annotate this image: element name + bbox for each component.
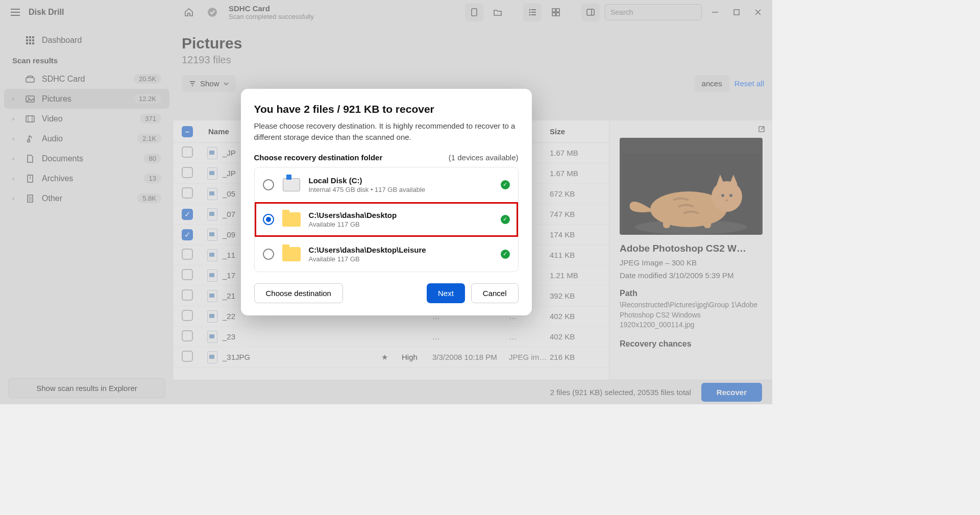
destination-sub: Internal 475 GB disk • 117 GB available	[309, 186, 494, 193]
destination-list: Local Disk (C:) Internal 475 GB disk • 1…	[254, 167, 519, 272]
check-icon: ✓	[501, 215, 510, 224]
modal-overlay: You have 2 files / 921 KB to recover Ple…	[0, 0, 772, 404]
drive-icon	[281, 175, 302, 195]
destination-radio[interactable]	[263, 214, 274, 225]
folder-icon	[281, 244, 302, 264]
check-icon: ✓	[501, 180, 510, 189]
destination-radio[interactable]	[263, 179, 274, 190]
next-button[interactable]: Next	[427, 283, 465, 303]
recovery-destination-modal: You have 2 files / 921 KB to recover Ple…	[241, 89, 532, 315]
destination-sub: Available 117 GB	[309, 255, 494, 263]
cancel-button[interactable]: Cancel	[471, 283, 519, 303]
modal-description: Please choose recovery destination. It i…	[254, 120, 519, 143]
choose-destination-button[interactable]: Choose destination	[254, 283, 343, 303]
modal-choose-label: Choose recovery destination folder	[254, 153, 383, 162]
destination-option[interactable]: C:\Users\dasha\Desktop\Leisure Available…	[255, 237, 518, 272]
modal-devices-available: (1 devices available)	[449, 153, 519, 162]
destination-sub: Available 117 GB	[309, 220, 494, 228]
destination-radio[interactable]	[263, 249, 274, 260]
check-icon: ✓	[501, 250, 510, 259]
destination-name: Local Disk (C:)	[309, 176, 494, 185]
folder-icon	[281, 209, 302, 230]
destination-name: C:\Users\dasha\Desktop	[309, 211, 494, 219]
destination-option[interactable]: Local Disk (C:) Internal 475 GB disk • 1…	[255, 167, 518, 202]
destination-name: C:\Users\dasha\Desktop\Leisure	[309, 246, 494, 254]
destination-option[interactable]: C:\Users\dasha\Desktop Available 117 GB …	[255, 202, 518, 237]
modal-title: You have 2 files / 921 KB to recover	[254, 103, 519, 115]
